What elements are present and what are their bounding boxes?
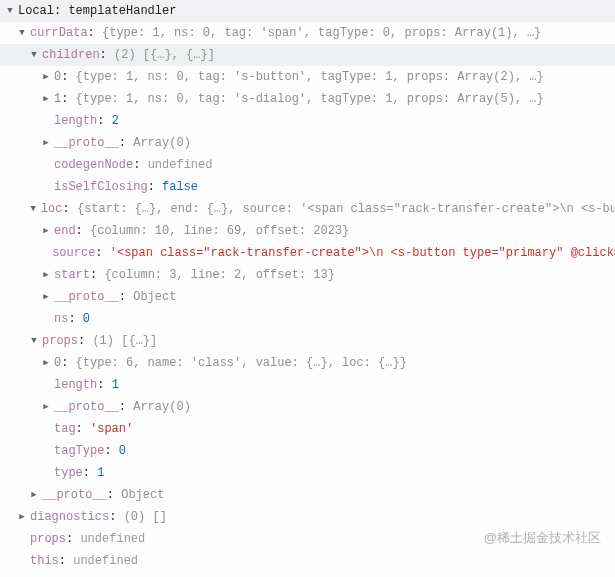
prop-key: diagnostics bbox=[30, 506, 109, 528]
chevron-right-icon[interactable]: ▶ bbox=[40, 220, 52, 242]
tree-node-currdata-proto[interactable]: ▶ __proto__: Object bbox=[0, 484, 615, 506]
tree-node-loc-end[interactable]: ▶ end: {column: 10, line: 69, offset: 20… bbox=[0, 220, 615, 242]
prop-key: loc bbox=[41, 198, 63, 220]
prop-index: 0 bbox=[54, 66, 61, 88]
prop-value: undefined bbox=[73, 550, 138, 572]
prop-key: isSelfClosing bbox=[54, 176, 148, 198]
prop-key: tag bbox=[54, 418, 76, 440]
tree-node-props-0[interactable]: ▶ 0: {type: 6, name: 'class', value: {…}… bbox=[0, 352, 615, 374]
tree-node-type[interactable]: ▶ type: 1 bbox=[0, 462, 615, 484]
prop-key: props bbox=[30, 528, 66, 550]
prop-preview: (2) [{…}, {…}] bbox=[114, 44, 215, 66]
chevron-right-icon[interactable]: ▶ bbox=[40, 88, 52, 110]
prop-value: Object bbox=[121, 484, 164, 506]
prop-key: props bbox=[42, 330, 78, 352]
tree-node-tagtype[interactable]: ▶ tagType: 0 bbox=[0, 440, 615, 462]
chevron-down-icon[interactable]: ▼ bbox=[4, 0, 16, 22]
prop-value: Array(0) bbox=[133, 396, 191, 418]
tree-node-codegennode[interactable]: ▶ codegenNode: undefined bbox=[0, 154, 615, 176]
prop-key: length bbox=[54, 110, 97, 132]
chevron-right-icon[interactable]: ▶ bbox=[16, 506, 28, 528]
prop-preview: {type: 1, ns: 0, tag: 'span', tagType: 0… bbox=[102, 22, 541, 44]
tree-node-scope-props[interactable]: ▶ props: undefined bbox=[0, 528, 615, 550]
prop-value: undefined bbox=[80, 528, 145, 550]
scope-header[interactable]: ▼ Local: templateHandler bbox=[0, 0, 615, 22]
tree-node-ns[interactable]: ▶ ns: 0 bbox=[0, 308, 615, 330]
chevron-right-icon[interactable]: ▶ bbox=[40, 264, 52, 286]
tree-node-loc-proto[interactable]: ▶ __proto__: Object bbox=[0, 286, 615, 308]
prop-key: children bbox=[42, 44, 100, 66]
prop-preview: {start: {…}, end: {…}, source: '<span cl… bbox=[77, 198, 615, 220]
scope-header-label: Local: templateHandler bbox=[18, 0, 176, 22]
tree-node-children-proto[interactable]: ▶ __proto__: Array(0) bbox=[0, 132, 615, 154]
tree-node-props[interactable]: ▼ props: (1) [{…}] bbox=[0, 330, 615, 352]
tree-node-diagnostics[interactable]: ▶ diagnostics: (0) [] bbox=[0, 506, 615, 528]
chevron-right-icon[interactable]: ▶ bbox=[40, 396, 52, 418]
tree-node-children[interactable]: ▼ children: (2) [{…}, {…}] bbox=[0, 44, 615, 66]
prop-value: 2 bbox=[112, 110, 119, 132]
prop-key: type bbox=[54, 462, 83, 484]
prop-key: start bbox=[54, 264, 90, 286]
prop-preview: (0) [] bbox=[124, 506, 167, 528]
chevron-down-icon[interactable]: ▼ bbox=[16, 22, 28, 44]
prop-key: source bbox=[52, 242, 95, 264]
prop-index: 0 bbox=[54, 352, 61, 374]
chevron-right-icon[interactable]: ▶ bbox=[40, 352, 52, 374]
tree-node-props-length[interactable]: ▶ length: 1 bbox=[0, 374, 615, 396]
tree-node-children-0[interactable]: ▶ 0: {type: 1, ns: 0, tag: 's-button', t… bbox=[0, 66, 615, 88]
chevron-right-icon[interactable]: ▶ bbox=[40, 132, 52, 154]
prop-value: 1 bbox=[97, 462, 104, 484]
tree-node-isselfclosing[interactable]: ▶ isSelfClosing: false bbox=[0, 176, 615, 198]
prop-key: __proto__ bbox=[54, 132, 119, 154]
chevron-right-icon[interactable]: ▶ bbox=[40, 66, 52, 88]
prop-value: 0 bbox=[119, 440, 126, 462]
tree-node-props-proto[interactable]: ▶ __proto__: Array(0) bbox=[0, 396, 615, 418]
chevron-down-icon[interactable]: ▼ bbox=[28, 330, 40, 352]
chevron-down-icon[interactable]: ▼ bbox=[28, 44, 40, 66]
prop-value: '<span class="rack-transfer-create">\n <… bbox=[110, 242, 615, 264]
tree-node-scope-this[interactable]: ▶ this: undefined bbox=[0, 550, 615, 572]
prop-key: this bbox=[30, 550, 59, 572]
prop-preview: {type: 1, ns: 0, tag: 's-button', tagTyp… bbox=[76, 66, 544, 88]
tree-node-loc-start[interactable]: ▶ start: {column: 3, line: 2, offset: 13… bbox=[0, 264, 615, 286]
prop-preview: {type: 1, ns: 0, tag: 's-dialog', tagTyp… bbox=[76, 88, 544, 110]
chevron-down-icon[interactable]: ▼ bbox=[27, 198, 39, 220]
debug-scope-panel: ▼ Local: templateHandler ▼ currData: {ty… bbox=[0, 0, 615, 577]
chevron-right-icon[interactable]: ▶ bbox=[28, 484, 40, 506]
prop-preview: {column: 10, line: 69, offset: 2023} bbox=[90, 220, 349, 242]
prop-value: Array(0) bbox=[133, 132, 191, 154]
prop-key: length bbox=[54, 374, 97, 396]
prop-value: 1 bbox=[112, 374, 119, 396]
prop-key: codegenNode bbox=[54, 154, 133, 176]
chevron-right-icon[interactable]: ▶ bbox=[40, 286, 52, 308]
prop-key: __proto__ bbox=[54, 396, 119, 418]
prop-value: 0 bbox=[83, 308, 90, 330]
tree-node-tag[interactable]: ▶ tag: 'span' bbox=[0, 418, 615, 440]
prop-value: 'span' bbox=[90, 418, 133, 440]
tree-node-children-length[interactable]: ▶ length: 2 bbox=[0, 110, 615, 132]
prop-index: 1 bbox=[54, 88, 61, 110]
prop-key: __proto__ bbox=[42, 484, 107, 506]
tree-node-loc-source[interactable]: ▶ source: '<span class="rack-transfer-cr… bbox=[0, 242, 615, 264]
prop-key: end bbox=[54, 220, 76, 242]
prop-value: false bbox=[162, 176, 198, 198]
prop-value: Object bbox=[133, 286, 176, 308]
prop-preview: (1) [{…}] bbox=[92, 330, 157, 352]
tree-node-currdata[interactable]: ▼ currData: {type: 1, ns: 0, tag: 'span'… bbox=[0, 22, 615, 44]
prop-key: ns bbox=[54, 308, 68, 330]
prop-preview: {type: 6, name: 'class', value: {…}, loc… bbox=[76, 352, 407, 374]
prop-key: currData bbox=[30, 22, 88, 44]
prop-key: tagType bbox=[54, 440, 104, 462]
prop-value: undefined bbox=[148, 154, 213, 176]
prop-preview: {column: 3, line: 2, offset: 13} bbox=[104, 264, 334, 286]
tree-node-children-1[interactable]: ▶ 1: {type: 1, ns: 0, tag: 's-dialog', t… bbox=[0, 88, 615, 110]
prop-key: __proto__ bbox=[54, 286, 119, 308]
tree-node-loc[interactable]: ▼ loc: {start: {…}, end: {…}, source: '<… bbox=[0, 198, 615, 220]
